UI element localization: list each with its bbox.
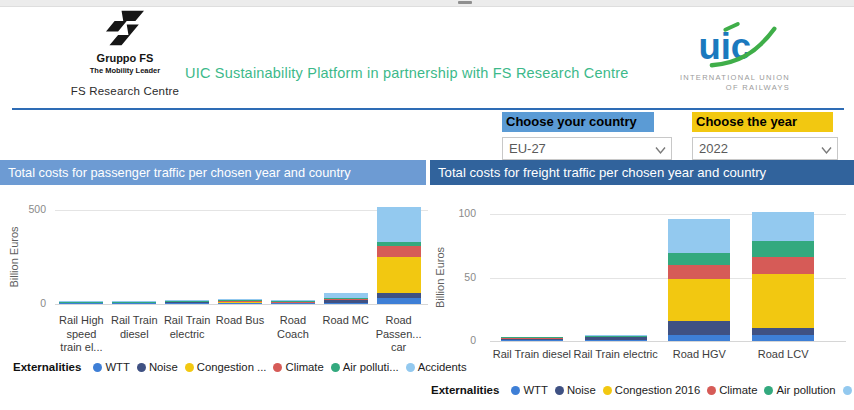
segment-Accidents[interactable] [752,212,814,241]
segment-WTT[interactable] [377,298,421,304]
bar-Road HGV[interactable] [668,219,730,341]
bar-Road Passen... car[interactable] [377,207,421,304]
passenger-traffic-chart[interactable]: Billion Euros 500 0 Rail High speed trai… [0,186,428,410]
category-label: Rail Train diesel [490,348,574,362]
segment-WTT[interactable] [112,303,156,304]
legend-item-Noise[interactable]: Noise [555,384,596,396]
uic-logo: uic INTERNATIONAL UNION OF RAILWAYS [648,21,790,93]
legend-dot-icon [511,386,520,395]
segment-Accidents[interactable] [377,207,421,242]
segment-Congestion[interactable] [377,257,421,293]
bar-slot [108,210,161,304]
legend-dot-icon [185,363,194,372]
segment-Congestion 2016[interactable] [752,274,814,329]
segment-Climate[interactable] [668,265,730,279]
bar-Rail Train diesel[interactable] [112,301,156,304]
bar-Road Coach[interactable] [271,300,315,304]
y-tick: 0 [14,297,46,309]
uic-subtitle-line1: INTERNATIONAL UNION [648,73,790,83]
bar-slot [574,214,658,341]
legend-label: Noise [567,384,596,396]
bar-Road LCV[interactable] [752,212,814,341]
category-label: Road HGV [658,348,742,362]
legend-item-WTT[interactable]: WTT [93,361,129,373]
bar-slot [741,214,825,341]
legend-item-WTT[interactable]: WTT [511,384,547,396]
legend-dot-icon [707,386,716,395]
segment-Noise[interactable] [752,328,814,335]
freight-chart-title: Total costs for freight traffic per chos… [430,160,854,185]
uic-subtitle-line2: OF RAILWAYS [648,83,790,93]
segment-WTT[interactable] [752,335,814,341]
segment-WTT[interactable] [324,303,368,304]
segment-Air pollution[interactable] [752,241,814,257]
x-axis-line [490,341,846,342]
legend-item-Climate[interactable]: Climate [707,384,757,396]
bar-Road Bus[interactable] [218,299,262,304]
legend-dot-icon [93,363,102,372]
x-axis-line [55,304,428,305]
header-divider [12,108,844,110]
bar-Rail Train electric[interactable] [165,300,209,305]
legend-label: WTT [523,384,547,396]
segment-Noise[interactable] [668,321,730,335]
gruppo-fs-brand: Gruppo FS [66,52,184,64]
y-tick: 0 [444,334,476,346]
legend-item-Climate[interactable]: Climate [273,361,323,373]
segment-Climate[interactable] [752,257,814,274]
bar-slot [319,210,372,304]
bar-Rail Train diesel[interactable] [501,337,563,341]
legend: Externalities WTTNoiseCongestion 2016Cli… [431,384,854,396]
bar-slot [55,210,108,304]
fs-research-centre-label: FS Research Centre [66,85,184,97]
legend-dot-icon [331,363,340,372]
bar-Road MC[interactable] [324,293,368,304]
segment-Air pollution[interactable] [668,253,730,264]
segment-WTT[interactable] [501,340,563,341]
legend-item-Air pollution[interactable]: Air pollution [764,384,835,396]
uic-logo-icon: uic [686,21,780,71]
y-tick: 500 [14,203,46,215]
segment-Climate[interactable] [377,246,421,258]
y-tick: 50 [444,271,476,283]
legend-item-Noise[interactable]: Noise [137,361,178,373]
bar-slot [490,214,574,341]
freight-traffic-chart[interactable]: Billion Euros 100 50 0 Rail Train diesel… [428,186,854,410]
legend-dot-icon [406,363,415,372]
bar-Rail High speed train el...[interactable] [59,301,103,304]
legend-dot-icon [555,386,564,395]
segment-WTT[interactable] [59,303,103,304]
legend-label: Air polluti... [343,361,399,373]
bar-slot [214,210,267,304]
legend-item-Congestion 2016[interactable]: Congestion 2016 [603,384,700,396]
segment-WTT[interactable] [165,303,209,305]
plot-area [55,210,425,304]
segment-Accidents[interactable] [668,219,730,253]
legend-items: WTTNoiseCongestion 2016ClimateAir pollut… [511,384,854,396]
legend-label: WTT [105,361,129,373]
window-resize-handle[interactable] [458,1,472,4]
segment-WTT[interactable] [668,335,730,341]
legend-dot-icon [603,386,612,395]
segment-WTT[interactable] [218,303,262,304]
legend-item-Air pollution[interactable]: Air polluti... [331,361,399,373]
segment-Congestion 2016[interactable] [668,279,730,321]
y-tick: 100 [444,207,476,219]
legend-label: Congestion ... [197,361,267,373]
legend-item-Accidents[interactable]: Accidents [843,384,854,396]
legend-label: Climate [285,361,323,373]
category-label: Rail Train electric [574,348,658,362]
year-dropdown[interactable]: 2022 [692,137,838,160]
chevron-down-icon[interactable] [821,146,830,155]
legend-item-Congestion[interactable]: Congestion ... [185,361,267,373]
segment-WTT[interactable] [271,303,315,304]
fs-monogram-icon [104,9,146,47]
bar-Rail Train electric[interactable] [585,335,647,341]
report-header: Gruppo FS The Mobility Leader FS Researc… [0,7,854,107]
chevron-down-icon[interactable] [655,146,664,155]
legend-items: WTTNoiseCongestion ...ClimateAir polluti… [93,361,473,373]
bar-slot [372,210,425,304]
legend-dot-icon [273,363,282,372]
country-dropdown[interactable]: EU-27 [502,137,672,160]
segment-WTT[interactable] [585,340,647,341]
